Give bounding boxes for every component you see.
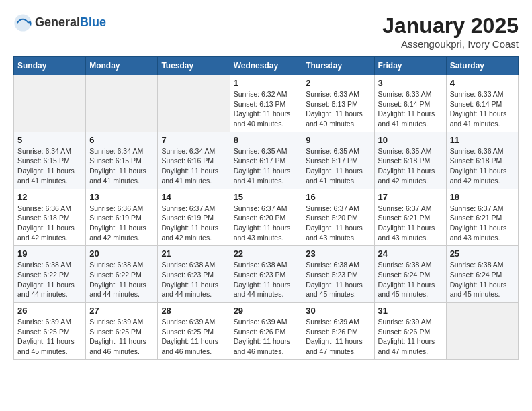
day-number: 13 [89, 192, 154, 202]
day-info: Sunrise: 6:38 AMSunset: 6:23 PMDaylight:… [161, 260, 226, 300]
calendar-cell: 7Sunrise: 6:34 AMSunset: 6:16 PMDaylight… [158, 132, 230, 189]
day-info: Sunrise: 6:39 AMSunset: 6:26 PMDaylight:… [306, 317, 370, 357]
page-subtitle: Assengoukpri, Ivory Coast [382, 38, 519, 50]
calendar-cell: 18Sunrise: 6:37 AMSunset: 6:21 PMDayligh… [446, 189, 518, 246]
calendar-cell [446, 303, 518, 360]
day-number: 25 [450, 248, 515, 259]
day-info: Sunrise: 6:36 AMSunset: 6:19 PMDaylight:… [89, 203, 154, 243]
day-info: Sunrise: 6:39 AMSunset: 6:25 PMDaylight:… [161, 317, 226, 357]
day-info: Sunrise: 6:37 AMSunset: 6:20 PMDaylight:… [306, 203, 370, 243]
day-number: 1 [234, 78, 299, 88]
day-info: Sunrise: 6:35 AMSunset: 6:17 PMDaylight:… [306, 146, 370, 186]
day-number: 3 [378, 78, 443, 88]
day-info: Sunrise: 6:36 AMSunset: 6:18 PMDaylight:… [450, 146, 515, 186]
calendar-cell: 17Sunrise: 6:37 AMSunset: 6:21 PMDayligh… [374, 189, 446, 246]
day-number: 31 [378, 306, 443, 316]
calendar-cell: 23Sunrise: 6:38 AMSunset: 6:23 PMDayligh… [302, 246, 374, 303]
day-number: 11 [450, 135, 515, 145]
calendar-week-1: 1Sunrise: 6:32 AMSunset: 6:13 PMDaylight… [14, 75, 519, 132]
weekday-header-wednesday: Wednesday [230, 57, 302, 75]
day-number: 16 [306, 192, 370, 202]
day-number: 28 [161, 306, 226, 316]
day-number: 30 [306, 306, 370, 316]
day-info: Sunrise: 6:34 AMSunset: 6:16 PMDaylight:… [161, 146, 226, 186]
weekday-header-saturday: Saturday [446, 57, 518, 75]
day-number: 7 [161, 135, 226, 145]
calendar-cell: 14Sunrise: 6:37 AMSunset: 6:19 PMDayligh… [158, 189, 230, 246]
weekday-header-friday: Friday [374, 57, 446, 75]
day-number: 2 [306, 78, 370, 88]
day-number: 8 [234, 135, 299, 145]
calendar-cell: 1Sunrise: 6:32 AMSunset: 6:13 PMDaylight… [230, 75, 302, 132]
day-number: 20 [89, 248, 154, 259]
day-info: Sunrise: 6:38 AMSunset: 6:24 PMDaylight:… [378, 260, 443, 300]
calendar-cell: 19Sunrise: 6:38 AMSunset: 6:22 PMDayligh… [14, 246, 86, 303]
calendar-week-2: 5Sunrise: 6:34 AMSunset: 6:15 PMDaylight… [14, 132, 519, 189]
day-number: 22 [234, 248, 299, 259]
day-info: Sunrise: 6:37 AMSunset: 6:21 PMDaylight:… [450, 203, 515, 243]
calendar-cell: 31Sunrise: 6:39 AMSunset: 6:26 PMDayligh… [374, 303, 446, 360]
logo-general-text: General [35, 15, 80, 29]
calendar-week-3: 12Sunrise: 6:36 AMSunset: 6:18 PMDayligh… [14, 189, 519, 246]
day-info: Sunrise: 6:36 AMSunset: 6:18 PMDaylight:… [17, 203, 82, 243]
day-info: Sunrise: 6:37 AMSunset: 6:19 PMDaylight:… [161, 203, 226, 243]
calendar-body: 1Sunrise: 6:32 AMSunset: 6:13 PMDaylight… [14, 75, 519, 360]
day-info: Sunrise: 6:39 AMSunset: 6:26 PMDaylight:… [378, 317, 443, 357]
calendar-cell [14, 75, 86, 132]
calendar-cell: 21Sunrise: 6:38 AMSunset: 6:23 PMDayligh… [158, 246, 230, 303]
calendar-cell: 4Sunrise: 6:33 AMSunset: 6:14 PMDaylight… [446, 75, 518, 132]
logo: GeneralBlue [13, 13, 106, 32]
calendar-header-row: SundayMondayTuesdayWednesdayThursdayFrid… [14, 57, 519, 75]
calendar-cell: 11Sunrise: 6:36 AMSunset: 6:18 PMDayligh… [446, 132, 518, 189]
calendar-cell: 24Sunrise: 6:38 AMSunset: 6:24 PMDayligh… [374, 246, 446, 303]
day-number: 9 [306, 135, 370, 145]
calendar-cell [158, 75, 230, 132]
day-number: 29 [234, 306, 299, 316]
calendar-table: SundayMondayTuesdayWednesdayThursdayFrid… [13, 56, 519, 360]
title-block: January 2025 Assengoukpri, Ivory Coast [382, 13, 519, 50]
weekday-header-sunday: Sunday [14, 57, 86, 75]
logo-icon [13, 13, 32, 32]
day-number: 26 [17, 306, 82, 316]
day-info: Sunrise: 6:38 AMSunset: 6:23 PMDaylight:… [234, 260, 299, 300]
day-number: 12 [17, 192, 82, 202]
calendar-cell: 13Sunrise: 6:36 AMSunset: 6:19 PMDayligh… [86, 189, 158, 246]
day-info: Sunrise: 6:37 AMSunset: 6:21 PMDaylight:… [378, 203, 443, 243]
day-info: Sunrise: 6:32 AMSunset: 6:13 PMDaylight:… [234, 89, 299, 129]
day-number: 23 [306, 248, 370, 259]
day-number: 19 [17, 248, 82, 259]
day-info: Sunrise: 6:38 AMSunset: 6:23 PMDaylight:… [306, 260, 370, 300]
day-info: Sunrise: 6:34 AMSunset: 6:15 PMDaylight:… [17, 146, 82, 186]
weekday-header-tuesday: Tuesday [158, 57, 230, 75]
calendar-cell: 9Sunrise: 6:35 AMSunset: 6:17 PMDaylight… [302, 132, 374, 189]
day-number: 10 [378, 135, 443, 145]
day-info: Sunrise: 6:35 AMSunset: 6:18 PMDaylight:… [378, 146, 443, 186]
calendar-cell: 28Sunrise: 6:39 AMSunset: 6:25 PMDayligh… [158, 303, 230, 360]
calendar-week-5: 26Sunrise: 6:39 AMSunset: 6:25 PMDayligh… [14, 303, 519, 360]
calendar-cell: 6Sunrise: 6:34 AMSunset: 6:15 PMDaylight… [86, 132, 158, 189]
calendar-cell: 20Sunrise: 6:38 AMSunset: 6:22 PMDayligh… [86, 246, 158, 303]
day-info: Sunrise: 6:39 AMSunset: 6:25 PMDaylight:… [89, 317, 154, 357]
calendar-cell: 15Sunrise: 6:37 AMSunset: 6:20 PMDayligh… [230, 189, 302, 246]
calendar-cell: 26Sunrise: 6:39 AMSunset: 6:25 PMDayligh… [14, 303, 86, 360]
day-number: 24 [378, 248, 443, 259]
day-info: Sunrise: 6:38 AMSunset: 6:22 PMDaylight:… [17, 260, 82, 300]
calendar-cell: 12Sunrise: 6:36 AMSunset: 6:18 PMDayligh… [14, 189, 86, 246]
day-info: Sunrise: 6:37 AMSunset: 6:20 PMDaylight:… [234, 203, 299, 243]
day-info: Sunrise: 6:33 AMSunset: 6:13 PMDaylight:… [306, 89, 370, 129]
calendar-cell: 29Sunrise: 6:39 AMSunset: 6:26 PMDayligh… [230, 303, 302, 360]
day-number: 18 [450, 192, 515, 202]
weekday-header-thursday: Thursday [302, 57, 374, 75]
day-number: 21 [161, 248, 226, 259]
day-number: 14 [161, 192, 226, 202]
calendar-cell [86, 75, 158, 132]
day-number: 5 [17, 135, 82, 145]
day-info: Sunrise: 6:39 AMSunset: 6:26 PMDaylight:… [234, 317, 299, 357]
day-number: 17 [378, 192, 443, 202]
day-number: 27 [89, 306, 154, 316]
calendar-cell: 22Sunrise: 6:38 AMSunset: 6:23 PMDayligh… [230, 246, 302, 303]
day-info: Sunrise: 6:35 AMSunset: 6:17 PMDaylight:… [234, 146, 299, 186]
calendar-cell: 27Sunrise: 6:39 AMSunset: 6:25 PMDayligh… [86, 303, 158, 360]
weekday-header-monday: Monday [86, 57, 158, 75]
day-number: 4 [450, 78, 515, 88]
